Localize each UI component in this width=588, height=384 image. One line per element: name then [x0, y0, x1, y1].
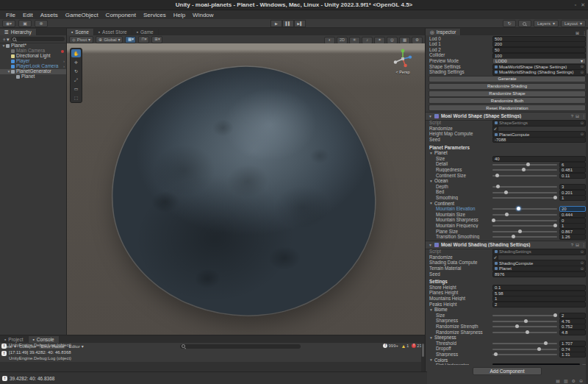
slider[interactable]: 0.11	[492, 173, 586, 179]
action-button-randomize-both[interactable]: Randomize Both	[429, 97, 586, 104]
slider-knob[interactable]	[517, 207, 520, 210]
lock-icon[interactable]: ⊠	[576, 30, 579, 35]
layout-dropdown[interactable]: Layout▾	[561, 20, 586, 27]
action-button-generate[interactable]: Generate	[429, 76, 586, 82]
transform-tool-icon[interactable]: ⬚	[71, 93, 81, 102]
tab-hierarchy[interactable]: ☰ Hierarchy	[0, 29, 37, 35]
log-entry[interactable]: !UnityEngine.Debug:Log (object)	[0, 342, 421, 349]
camera-icon[interactable]: ▦	[399, 37, 410, 44]
slider-value[interactable]: 1.31	[559, 352, 586, 358]
slider[interactable]: 1.31	[492, 352, 586, 358]
slider-knob[interactable]	[553, 313, 557, 317]
effects-icon[interactable]: ✦	[374, 37, 385, 44]
slider[interactable]: 1.26	[492, 234, 586, 240]
hierarchy-search-input[interactable]	[11, 37, 65, 41]
cloud-services-icon[interactable]: ▣	[18, 20, 32, 27]
draw-mode-icon[interactable]: ◐	[324, 37, 335, 44]
planet-mesh[interactable]	[104, 58, 383, 324]
object-picker-icon[interactable]: ⊙	[581, 267, 584, 271]
gizmos-dropdown[interactable]: ⚙	[412, 37, 423, 44]
object-picker-icon[interactable]: ⊙	[581, 71, 584, 74]
minus-icon[interactable]: ⊖	[579, 378, 583, 383]
visibility-icon[interactable]: ◎	[387, 37, 398, 44]
pause-button[interactable]: ▌▌	[282, 20, 294, 27]
lighting-icon[interactable]: ☀	[349, 37, 360, 44]
object-picker-icon[interactable]: ⊙	[581, 132, 584, 136]
action-button-randomize-shape[interactable]: Randomize Shape	[429, 90, 586, 97]
hierarchy-row[interactable]: Planet	[0, 74, 66, 79]
object-picker-icon[interactable]: ⊙	[581, 121, 584, 125]
slider-knob[interactable]	[495, 174, 499, 177]
slider-value[interactable]: 0.11	[559, 173, 586, 179]
menu-file[interactable]: File	[2, 12, 19, 18]
layers-dropdown[interactable]: Layers▾	[534, 20, 559, 27]
hierarchy-row[interactable]: Directional Light	[0, 54, 66, 59]
audio-icon[interactable]: ♪	[362, 37, 373, 44]
slider[interactable]: 4.8	[492, 330, 586, 335]
close-icon[interactable]: ✕	[581, 2, 585, 8]
tab-inspector[interactable]: ◎ Inspector	[426, 29, 461, 35]
gizmo-persp-label[interactable]: < Persp	[390, 70, 416, 74]
object-picker-icon[interactable]: ⊙	[581, 65, 584, 68]
slider-track[interactable]	[492, 192, 557, 193]
slider-track[interactable]	[492, 349, 557, 350]
foldout-colors[interactable]: ▼Colors	[426, 358, 588, 363]
slider-value[interactable]: 1	[559, 195, 586, 201]
help-icon[interactable]: ?	[571, 114, 573, 118]
slider-knob[interactable]	[526, 330, 529, 334]
scene-orientation-gizmo[interactable]: < Persp	[390, 48, 416, 77]
color-swatch[interactable]	[492, 363, 580, 365]
search-icon[interactable]	[518, 20, 531, 27]
component-header[interactable]: ▼Moai World Shading (Shading Settings)?⊟…	[426, 241, 588, 249]
play-button[interactable]: ▶	[270, 20, 282, 27]
slider-track[interactable]	[492, 164, 557, 166]
component-header[interactable]: ▼Moai World Shape (Shape Settings)?⊟⋮	[426, 112, 588, 121]
slider-track[interactable]	[492, 186, 557, 188]
scene-viewport[interactable]: ✋✛↻⤢▭⬚ < Persp	[67, 43, 425, 335]
slider-track[interactable]	[492, 169, 557, 171]
slider-track[interactable]	[492, 343, 557, 344]
slider[interactable]: 1	[492, 195, 586, 201]
chevron-right-icon[interactable]: ›	[63, 65, 65, 68]
account-icon[interactable]: ◉▾	[2, 20, 15, 27]
value-field[interactable]: 50	[492, 47, 586, 53]
slider-track[interactable]	[492, 236, 557, 238]
2d-toggle-icon[interactable]: 2D	[337, 37, 348, 44]
object-field[interactable]: ShadingSettings⊙	[492, 249, 586, 255]
foldout-arrow-icon[interactable]: ▼	[429, 114, 432, 118]
add-component-button[interactable]: Add Component	[473, 367, 542, 375]
asset-bundle-icon[interactable]: ▥	[564, 378, 568, 383]
slider-track[interactable]	[492, 326, 557, 327]
slider-track[interactable]	[492, 214, 557, 216]
slider-knob[interactable]	[518, 230, 522, 233]
gear-icon[interactable]: ⚙	[572, 378, 576, 383]
asset-labels-icon[interactable]: ▤	[556, 378, 560, 383]
slider-track[interactable]	[492, 332, 557, 333]
foldout-arrow-icon[interactable]: ▼	[429, 243, 432, 247]
snap-toggle-icon[interactable]: ⊞▾	[151, 36, 162, 43]
slider-knob[interactable]	[537, 347, 541, 351]
snap-increment-icon[interactable]: ⊓▾	[138, 36, 149, 43]
view-tool-icon[interactable]: ✋	[71, 49, 81, 57]
minimize-icon[interactable]: ▫	[575, 2, 576, 7]
slider-knob[interactable]	[496, 185, 500, 188]
help-icon[interactable]: ?	[571, 243, 573, 247]
preset-icon[interactable]: ⊟	[576, 113, 579, 118]
menu-assets[interactable]: Assets	[37, 12, 62, 18]
step-button[interactable]: ▶▌	[294, 20, 306, 27]
action-button-reset-randomization[interactable]: Reset Randomization	[429, 104, 586, 111]
slider-knob[interactable]	[524, 319, 528, 323]
tab-asset-store[interactable]: ▪Asset Store	[94, 29, 132, 35]
value-field[interactable]: 8976	[492, 271, 586, 277]
slider-track[interactable]	[492, 175, 557, 177]
value-field[interactable]: 1	[492, 296, 586, 302]
preset-icon[interactable]: ⊟	[576, 242, 579, 247]
slider-knob[interactable]	[504, 191, 508, 194]
slider-track[interactable]	[492, 354, 557, 355]
slider-track[interactable]	[492, 208, 557, 210]
slider-track[interactable]	[492, 315, 557, 316]
object-picker-icon[interactable]: ⊙	[581, 261, 584, 265]
add-object-button[interactable]: ＋▾	[1, 37, 10, 42]
slider-track[interactable]	[492, 197, 557, 199]
menu-edit[interactable]: Edit	[19, 12, 37, 18]
